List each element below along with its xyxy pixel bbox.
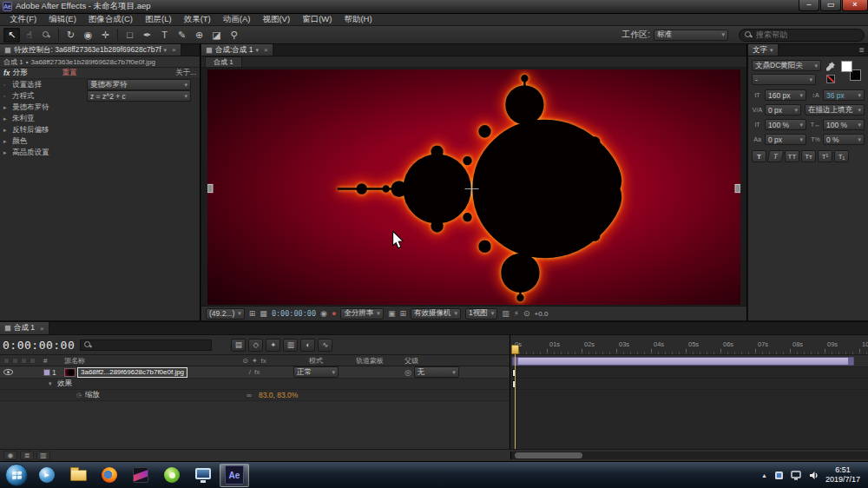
rotation-tool-icon[interactable]: ↻	[62, 28, 79, 43]
frame-blend-icon[interactable]: ▥	[283, 339, 298, 352]
tracking-dropdown[interactable]: 0 %▾	[823, 134, 865, 145]
blend-mode-dropdown[interactable]: 正常▾	[293, 366, 339, 378]
column-track-matte[interactable]: 轨道蒙板	[342, 356, 398, 366]
brush-tool-icon[interactable]: ✎	[174, 28, 190, 43]
time-ruler[interactable]: 0s 01s 02s 03s 04s 05s 06s 07s 08s 09s 1…	[510, 335, 868, 355]
pan-behind-tool-icon[interactable]: ✛	[97, 28, 114, 43]
magnification-dropdown[interactable]: (49.2...)▾	[206, 308, 245, 320]
reset-link[interactable]: 重置	[62, 68, 77, 78]
equation-dropdown[interactable]: z = z^2 + c▾	[87, 90, 191, 102]
taskbar-clock[interactable]: 6:51 2019/7/17	[825, 465, 860, 485]
camera-view-dropdown[interactable]: 有效摄像机▾	[411, 308, 461, 320]
superscript-button[interactable]: T¹	[818, 150, 832, 162]
taskbar-app-file-explorer[interactable]	[63, 464, 93, 487]
kerning-dropdown[interactable]: 0 px▾	[765, 104, 801, 115]
tab-character[interactable]: 文字 ▾	[748, 44, 779, 56]
twirl-icon[interactable]: ▸	[3, 115, 12, 122]
pixel-aspect-icon[interactable]: ▥	[502, 309, 510, 318]
timeline-horizontal-scrollbar[interactable]	[510, 452, 868, 459]
twirl-icon[interactable]: ▸	[3, 149, 12, 156]
param-group-mandelbrot[interactable]: ▸ 曼德布罗特	[0, 102, 200, 113]
tab-effect-controls[interactable]: 特效控制台: 3a68ff27363e1b289f69628c7b7f ▾ ×	[0, 44, 181, 56]
exposure-value[interactable]: +0.0	[535, 310, 549, 318]
quality-switch-icon[interactable]: /	[249, 368, 251, 376]
timeline-search-box[interactable]	[80, 340, 212, 351]
parent-pickwhip-icon[interactable]: ◎	[404, 368, 411, 377]
timeline-track-area[interactable]: 0s 01s 02s 03s 04s 05s 06s 07s 08s 09s 1…	[510, 335, 868, 449]
baseline-shift-dropdown[interactable]: 0 px▾	[765, 134, 806, 145]
param-group-julia[interactable]: ▸ 朱利亚	[0, 113, 200, 124]
fill-stroke-swatches[interactable]	[840, 60, 865, 86]
maximize-button[interactable]: ▭	[820, 0, 841, 11]
menu-effect[interactable]: 效果(T)	[178, 14, 217, 25]
visibility-eye-icon[interactable]	[3, 369, 13, 375]
scrollbar-thumb[interactable]	[515, 452, 582, 458]
composition-viewer[interactable]	[201, 68, 746, 306]
expand-transfer-controls-icon[interactable]: ≣	[20, 451, 34, 460]
close-button[interactable]: ×	[842, 0, 868, 11]
mask-visibility-icon[interactable]: ▦	[260, 309, 267, 318]
twirl-icon[interactable]: ▸	[3, 104, 12, 111]
effects-track-row[interactable]	[510, 367, 868, 379]
taskbar-app-ide[interactable]	[126, 464, 155, 487]
close-icon[interactable]: ×	[40, 325, 44, 333]
param-group-high-quality[interactable]: ▸ 高品质设置	[0, 147, 200, 158]
pen-tool-icon[interactable]: ✒	[139, 28, 155, 43]
menu-animation[interactable]: 动画(A)	[217, 14, 257, 25]
menu-help[interactable]: 帮助(H)	[338, 14, 378, 25]
twirl-icon[interactable]: ▾	[49, 380, 57, 387]
camera-tool-icon[interactable]: ◉	[80, 28, 96, 43]
expand-in-out-icon[interactable]: ▥	[36, 451, 50, 460]
column-number[interactable]: #	[43, 357, 62, 365]
taskbar-app-firefox[interactable]	[95, 464, 124, 487]
comp-mini-flowchart-icon[interactable]: ▤	[231, 339, 246, 352]
column-parent[interactable]: 父级	[398, 356, 510, 366]
menu-file[interactable]: 文件(F)	[3, 14, 43, 25]
clone-stamp-tool-icon[interactable]: ⊕	[191, 28, 207, 43]
preview-timecode[interactable]: 0:00:00:00	[272, 309, 316, 318]
layer-track-row[interactable]	[510, 355, 868, 367]
snapshot-icon[interactable]: ◉	[320, 309, 327, 318]
small-caps-button[interactable]: Tᴛ	[801, 150, 816, 162]
font-style-dropdown[interactable]: -▾	[752, 74, 816, 85]
menu-edit[interactable]: 编辑(E)	[43, 14, 82, 25]
close-icon[interactable]: ×	[264, 46, 268, 54]
table-row-effects-group[interactable]: ▾ 效果	[0, 379, 510, 390]
zoom-tool-icon[interactable]	[38, 28, 55, 43]
taskbar-app-after-effects[interactable]: Ae	[220, 464, 249, 487]
all-caps-button[interactable]: TT	[785, 150, 799, 162]
tab-composition[interactable]: 合成:合成 1 ▾ ×	[201, 44, 273, 56]
panel-menu-icon[interactable]: ≣	[855, 44, 868, 56]
parent-dropdown[interactable]: 无▾	[414, 366, 459, 378]
hide-shy-layers-icon[interactable]: ✦	[266, 339, 280, 352]
subscript-button[interactable]: T₁	[834, 150, 849, 162]
show-channel-icon[interactable]: ●	[332, 309, 336, 318]
layer-duration-bar[interactable]	[512, 357, 854, 366]
font-size-dropdown[interactable]: 160 px▾	[765, 89, 806, 101]
set-choice-dropdown[interactable]: 曼德布罗特▾	[87, 79, 191, 90]
tray-app-icon[interactable]	[774, 471, 784, 480]
selection-tool-icon[interactable]: ↖	[3, 28, 20, 43]
hand-tool-icon[interactable]: ☝	[21, 28, 37, 43]
transparency-grid-icon[interactable]: ⊞	[399, 309, 406, 318]
fill-color-swatch[interactable]	[841, 61, 852, 72]
column-source-name[interactable]: 源名称	[62, 356, 219, 366]
taskbar-app-computer[interactable]	[188, 464, 218, 487]
faux-italic-button[interactable]: T	[767, 150, 785, 162]
draft-3d-icon[interactable]: ◇	[248, 339, 263, 352]
view-layout-dropdown[interactable]: 1视图▾	[465, 308, 497, 320]
show-hidden-icons-chevron[interactable]: ▲	[761, 472, 767, 478]
minimize-button[interactable]: –	[799, 0, 819, 11]
menu-window[interactable]: 窗口(W)	[296, 14, 338, 25]
start-button[interactable]	[5, 464, 28, 486]
table-row-scale-property[interactable]: ◷ 缩放 ∞ 83.0, 83.0%	[0, 390, 510, 401]
current-time-display[interactable]: 0:00:00:00	[3, 339, 75, 352]
current-time-indicator-head[interactable]	[511, 345, 519, 354]
mask-shape-tool-icon[interactable]: □	[122, 28, 138, 43]
taskbar-app-green-browser[interactable]	[157, 464, 187, 487]
faux-bold-button[interactable]: T	[752, 150, 766, 162]
network-icon[interactable]	[791, 471, 802, 480]
twirl-icon[interactable]: ▸	[3, 127, 12, 134]
menu-composition[interactable]: 图像合成(C)	[82, 14, 139, 25]
taskbar-app-media-player[interactable]: ▶	[32, 464, 62, 487]
